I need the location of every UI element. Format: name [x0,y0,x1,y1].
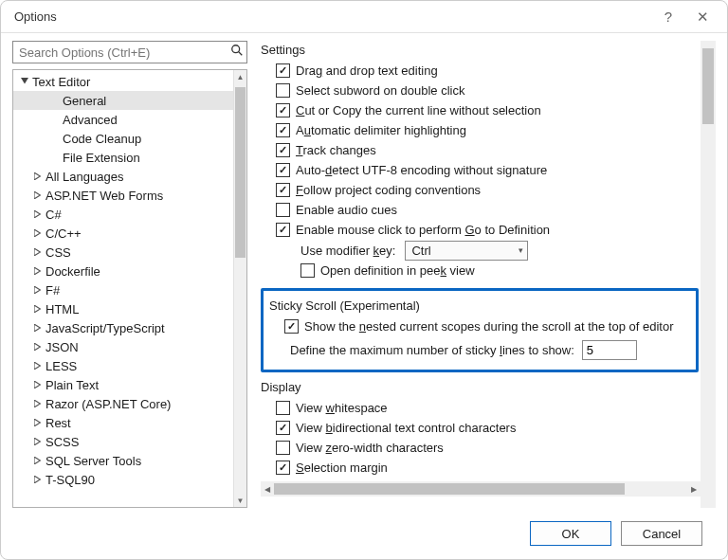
tree-item[interactable]: SQL Server Tools [13,451,233,470]
tree-root-text-editor[interactable]: Text Editor [13,72,233,91]
ok-button[interactable]: OK [530,521,611,546]
cancel-button[interactable]: Cancel [621,521,702,546]
scroll-down-icon[interactable]: ▼ [234,494,246,507]
tree-item[interactable]: File Extension [13,148,233,167]
modifier-key-combo[interactable]: Ctrl ▾ [405,241,528,261]
tree-item-label: SCSS [44,435,79,449]
expand-icon[interactable] [32,362,44,370]
chevron-down-icon: ▾ [519,245,523,255]
sticky-max-input[interactable] [582,340,637,360]
group-settings-title: Settings [261,43,701,57]
checkbox-label: Enable mouse click to perform Go to Defi… [296,223,550,237]
tree-item[interactable]: HTML [13,299,233,318]
checkbox[interactable] [276,203,290,217]
checkbox[interactable] [276,143,290,157]
tree-item[interactable]: Razor (ASP.NET Core) [13,394,233,413]
checkbox[interactable] [276,83,290,98]
expand-icon[interactable] [32,172,44,180]
expand-icon[interactable] [32,400,44,407]
window-title: Options [14,9,651,24]
expand-icon[interactable] [32,324,44,332]
checkbox-sticky-show[interactable] [284,319,299,334]
checkbox[interactable] [276,183,290,197]
tree-item[interactable]: F# [13,280,233,299]
settings-scrollbar[interactable] [701,41,716,508]
tree-item-label: F# [44,283,60,298]
tree-item-label: CSS [44,245,71,260]
expand-icon[interactable] [32,229,44,237]
scroll-thumb[interactable] [235,87,246,258]
scroll-thumb[interactable] [702,48,714,124]
expand-icon[interactable] [32,343,44,351]
checkbox-label: Selection margin [296,461,388,475]
scroll-right-icon[interactable]: ▶ [687,485,701,494]
expand-icon[interactable] [32,419,44,426]
svg-line-1 [239,52,243,56]
svg-marker-11 [34,324,40,332]
tree-item[interactable]: LESS [13,356,233,375]
tree-item-label: Rest [44,416,71,430]
tree-item[interactable]: ASP.NET Web Forms [13,186,233,205]
horizontal-scrollbar[interactable]: ◀ ▶ [261,481,701,497]
tree-item-label: Code Cleanup [61,132,141,146]
checkbox-label: Select subword on double click [296,83,465,98]
checkbox[interactable] [276,223,290,237]
help-icon[interactable]: ? [651,9,685,25]
group-display-title: Display [261,380,701,394]
collapse-icon[interactable] [19,78,30,85]
tree-item-label: T-SQL90 [44,473,95,487]
expand-icon[interactable] [32,305,44,313]
tree-item[interactable]: All Languages [13,167,233,186]
checkbox-label: Auto-detect UTF-8 encoding without signa… [296,163,547,177]
svg-marker-12 [34,343,40,351]
tree-item[interactable]: Rest [13,413,233,432]
tree-item[interactable]: JavaScript/TypeScript [13,318,233,337]
tree-item-label: C# [44,208,62,222]
tree-item-label: C/C++ [44,226,82,241]
tree-item[interactable]: C/C++ [13,224,233,243]
nav-tree[interactable]: Text Editor GeneralAdvancedCode CleanupF… [13,70,233,507]
expand-icon[interactable] [32,438,44,445]
tree-item[interactable]: SCSS [13,432,233,451]
checkbox[interactable] [276,163,290,177]
tree-item[interactable]: Plain Text [13,375,233,394]
tree-item[interactable]: Dockerfile [13,262,233,280]
close-icon[interactable]: ✕ [685,9,719,26]
expand-icon[interactable] [32,476,44,483]
tree-item[interactable]: General [13,91,233,110]
checkbox[interactable] [276,461,290,475]
checkbox[interactable] [276,103,290,117]
expand-icon[interactable] [32,457,44,464]
scroll-up-icon[interactable]: ▲ [234,70,246,83]
scroll-left-icon[interactable]: ◀ [261,485,274,494]
checkbox[interactable] [276,123,290,137]
checkbox[interactable] [276,421,290,435]
svg-marker-15 [34,400,40,407]
tree-item[interactable]: JSON [13,337,233,356]
svg-marker-10 [34,305,40,313]
tree-item[interactable]: Code Cleanup [13,129,233,148]
expand-icon[interactable] [32,210,44,218]
sticky-max-label: Define the maximum number of sticky line… [290,343,574,357]
tree-item-label: JavaScript/TypeScript [44,321,165,335]
expand-icon[interactable] [32,381,44,388]
expand-icon[interactable] [32,286,44,294]
scroll-thumb[interactable] [274,483,625,495]
titlebar: Options ? ✕ [1,1,727,33]
tree-item[interactable]: CSS [13,243,233,262]
tree-item[interactable]: C# [13,205,233,224]
tree-item-label: ASP.NET Web Forms [44,189,163,203]
checkbox[interactable] [276,401,290,415]
tree-scrollbar[interactable]: ▲ ▼ [233,70,246,507]
tree-item[interactable]: T-SQL90 [13,470,233,489]
expand-icon[interactable] [32,248,44,256]
search-input[interactable] [12,41,247,63]
search-icon[interactable] [230,44,244,60]
checkbox[interactable] [276,63,290,78]
checkbox-label: View bidirectional text control characte… [296,421,516,435]
tree-item[interactable]: Advanced [13,110,233,129]
expand-icon[interactable] [32,267,44,275]
checkbox[interactable] [276,441,290,455]
checkbox-peek-view[interactable] [300,263,315,278]
expand-icon[interactable] [32,191,44,199]
